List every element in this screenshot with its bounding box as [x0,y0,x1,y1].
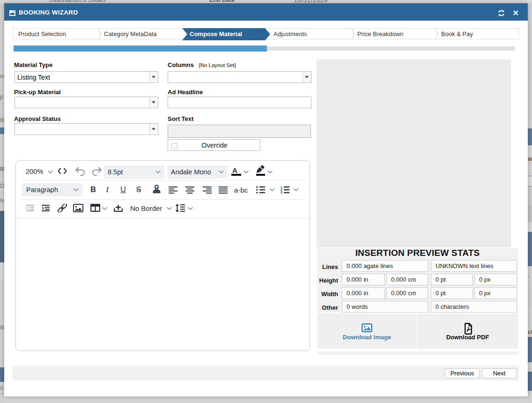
svg-text:3: 3 [281,191,282,194]
